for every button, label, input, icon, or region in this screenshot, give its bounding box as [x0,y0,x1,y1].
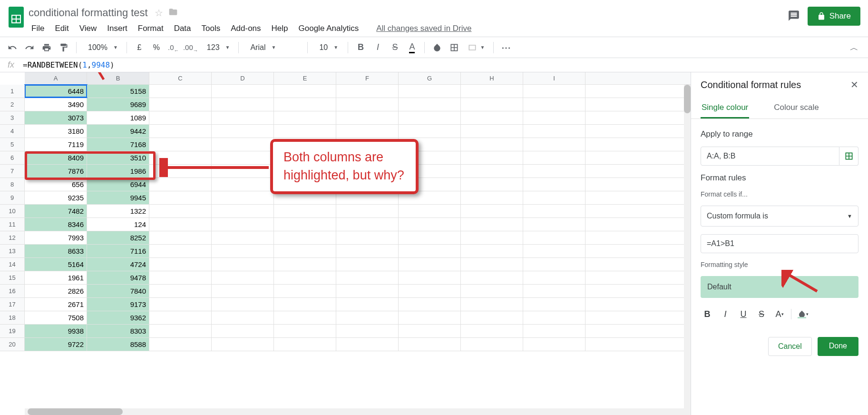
cell-H16[interactable] [461,285,523,297]
done-button[interactable]: Done [818,337,858,356]
formula-rule-input[interactable]: =A1>B1 [701,234,858,253]
cell-G14[interactable] [399,258,461,271]
row-header-8[interactable]: 8 [0,178,24,191]
collapse-toolbar-icon[interactable]: ︿ [850,42,858,53]
font-size-select[interactable]: 10▼ [313,43,342,52]
cell-G17[interactable] [399,298,461,311]
cell-H3[interactable] [461,111,523,124]
cell-A6[interactable]: 8409 [25,151,87,164]
menu-addons[interactable]: Add-ons [226,22,265,35]
cell-A4[interactable]: 3180 [25,125,87,138]
cell-F13[interactable] [336,245,399,257]
cell-F10[interactable] [336,205,399,217]
cell-B18[interactable]: 9362 [87,311,149,324]
cell-A7[interactable]: 7876 [25,165,87,178]
cell-E15[interactable] [274,271,336,284]
borders-button[interactable] [448,41,461,54]
cell-A1[interactable]: 6448 [25,85,87,98]
move-folder-icon[interactable] [168,7,178,19]
cell-H8[interactable] [461,178,523,191]
cell-I1[interactable] [523,85,585,98]
cell-I8[interactable] [523,178,585,191]
cell-I2[interactable] [523,98,585,111]
cell-B16[interactable]: 7840 [87,285,149,297]
row-header-15[interactable]: 15 [0,271,24,285]
cell-H18[interactable] [461,311,523,324]
cell-E19[interactable] [274,325,336,337]
cell-H6[interactable] [461,151,523,164]
style-underline-button[interactable]: U [737,307,750,321]
spreadsheet-grid[interactable]: ABCDEFGHI 123456789101112131415161718192… [0,72,691,415]
cell-I6[interactable] [523,151,585,164]
cell-H14[interactable] [461,258,523,271]
cell-A5[interactable]: 7119 [25,138,87,151]
style-fill-color-button[interactable]: ▾ [796,307,809,321]
cell-B5[interactable]: 7168 [87,138,149,151]
paint-format-button[interactable] [57,41,70,54]
cell-D16[interactable] [212,285,274,297]
cell-C13[interactable] [149,245,212,257]
row-header-17[interactable]: 17 [0,298,24,311]
cell-C3[interactable] [149,111,212,124]
cell-B8[interactable]: 6944 [87,178,149,191]
cell-I19[interactable] [523,325,585,337]
cell-D20[interactable] [212,338,274,351]
style-bold-button[interactable]: B [701,307,714,321]
save-status[interactable]: All changes saved in Drive [371,22,476,35]
cell-D10[interactable] [212,205,274,217]
cell-G10[interactable] [399,205,461,217]
col-header-I[interactable]: I [523,72,585,84]
cell-C14[interactable] [149,258,212,271]
cell-G15[interactable] [399,271,461,284]
formula-input[interactable]: =RANDBETWEEN(1,9948) [23,60,115,69]
col-header-E[interactable]: E [274,72,336,84]
menu-view[interactable]: View [75,22,102,35]
share-button[interactable]: Share [808,7,860,26]
cell-D6[interactable] [212,151,274,164]
row-header-16[interactable]: 16 [0,285,24,298]
cell-E13[interactable] [274,245,336,257]
cell-G13[interactable] [399,245,461,257]
cell-G4[interactable] [399,125,461,138]
cell-E11[interactable] [274,218,336,231]
cell-G12[interactable] [399,231,461,244]
row-header-14[interactable]: 14 [0,258,24,271]
cell-H20[interactable] [461,338,523,351]
cell-H7[interactable] [461,165,523,178]
style-preview[interactable]: Default [701,276,858,298]
fill-color-button[interactable] [430,41,444,54]
cell-I10[interactable] [523,205,585,217]
row-header-20[interactable]: 20 [0,338,24,351]
cell-F19[interactable] [336,325,399,337]
cell-B12[interactable]: 8252 [87,231,149,244]
menu-tools[interactable]: Tools [197,22,225,35]
row-header-3[interactable]: 3 [0,111,24,125]
cell-G2[interactable] [399,98,461,111]
col-header-C[interactable]: C [149,72,212,84]
cell-B13[interactable]: 7116 [87,245,149,257]
cell-H13[interactable] [461,245,523,257]
cell-C6[interactable] [149,151,212,164]
undo-button[interactable] [6,41,19,54]
cell-C20[interactable] [149,338,212,351]
vertical-scrollbar[interactable] [684,85,691,415]
cell-F12[interactable] [336,231,399,244]
cell-E16[interactable] [274,285,336,297]
cell-I20[interactable] [523,338,585,351]
cell-C5[interactable] [149,138,212,151]
cell-D9[interactable] [212,191,274,204]
cell-D19[interactable] [212,325,274,337]
cell-H17[interactable] [461,298,523,311]
cell-A10[interactable]: 7482 [25,205,87,217]
cell-H1[interactable] [461,85,523,98]
cell-A20[interactable]: 9722 [25,338,87,351]
cell-B15[interactable]: 9478 [87,271,149,284]
cell-F2[interactable] [336,98,399,111]
cell-E14[interactable] [274,258,336,271]
cell-C7[interactable] [149,165,212,178]
cell-E12[interactable] [274,231,336,244]
cell-D17[interactable] [212,298,274,311]
cell-B19[interactable]: 8303 [87,325,149,337]
cell-E2[interactable] [274,98,336,111]
row-header-18[interactable]: 18 [0,311,24,325]
